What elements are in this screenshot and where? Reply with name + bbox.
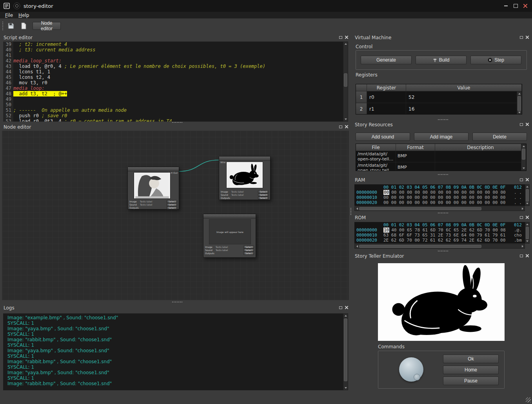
add-image-button[interactable]: Add image: [414, 133, 468, 141]
horizontal-scrollbar[interactable]: [354, 244, 525, 249]
hex-view[interactable]: 00 01 02 03 04 05 06 07 08 09 0A 0B 0C 0…: [354, 184, 525, 206]
scroll-down-icon[interactable]: [525, 239, 529, 243]
node-image-thumbnail[interactable]: [134, 172, 171, 199]
toolbar-handle[interactable]: [2, 21, 4, 31]
close-icon[interactable]: [345, 125, 348, 128]
scrollbar-thumb[interactable]: [526, 189, 529, 202]
panel-title[interactable]: Virtual Machine: [353, 35, 530, 41]
panel-title[interactable]: Node editor: [2, 124, 349, 131]
pause-button[interactable]: Pause: [443, 377, 499, 385]
panel-title[interactable]: RAM: [353, 177, 530, 184]
generate-button[interactable]: Generate: [361, 56, 412, 64]
scroll-up-icon[interactable]: [343, 42, 348, 46]
node-image-thumbnail[interactable]: [226, 162, 263, 188]
select-image-button[interactable]: Select: [258, 190, 269, 193]
size-grip[interactable]: [526, 397, 531, 402]
close-icon[interactable]: [345, 36, 348, 39]
scroll-up-icon[interactable]: [525, 222, 529, 226]
resource-row[interactable]: /mnt/data/git/ open-story-tell… BMP: [356, 151, 526, 162]
scroll-up-icon[interactable]: [517, 92, 521, 96]
close-icon[interactable]: [526, 178, 529, 181]
splitter-handle[interactable]: [353, 250, 530, 252]
float-icon[interactable]: [339, 306, 342, 309]
selected-byte[interactable]: 00: [383, 190, 389, 195]
media-node-2[interactable]: Wire In ImageTests-labelSelect SoundTest…: [219, 156, 271, 200]
vertical-scrollbar[interactable]: [343, 313, 348, 390]
select-sound-button[interactable]: Select: [258, 193, 269, 197]
title-bar[interactable]: story-editor: [0, 0, 532, 12]
splitter-handle[interactable]: [353, 173, 530, 176]
maximize-button[interactable]: [511, 2, 520, 10]
media-node-1[interactable]: Port Out ImageTests-labelSelect SoundTes…: [127, 167, 179, 209]
scrollbar-thumb[interactable]: [359, 245, 481, 248]
node-canvas[interactable]: Port Out ImageTests-labelSelect SoundTes…: [2, 131, 349, 300]
outputs-button[interactable]: Select: [243, 252, 254, 255]
scroll-left-icon[interactable]: [355, 207, 359, 211]
scrollbar-thumb[interactable]: [344, 318, 347, 381]
scroll-up-icon[interactable]: [343, 314, 348, 318]
step-button[interactable]: Step: [470, 56, 521, 64]
scroll-up-icon[interactable]: [521, 144, 526, 148]
code-editor[interactable]: 39 ; t2: increment 4 40 ; t3: current me…: [3, 42, 343, 122]
vertical-scrollbar[interactable]: [343, 42, 348, 122]
node-title-bar[interactable]: [128, 167, 179, 171]
splitter-handle[interactable]: [349, 33, 353, 404]
scrollbar-thumb[interactable]: [522, 149, 525, 160]
float-icon[interactable]: [520, 216, 523, 219]
float-icon[interactable]: [520, 36, 523, 39]
scroll-down-icon[interactable]: [343, 386, 348, 390]
scroll-left-icon[interactable]: [355, 244, 359, 248]
close-icon[interactable]: [345, 306, 348, 309]
node-editor-toggle[interactable]: Node editor: [33, 22, 61, 30]
register-row[interactable]: 2 r1 16: [356, 103, 522, 115]
selected-byte[interactable]: 10: [383, 227, 389, 233]
resource-row[interactable]: /mnt/data/git/ open-story-tell… BMP: [356, 162, 526, 171]
media-node-3[interactable]: Image will appear here ImageTests-labelS…: [203, 214, 256, 258]
panel-title[interactable]: Story Resources: [353, 122, 530, 128]
outputs-button[interactable]: Select: [258, 197, 269, 200]
knob-indicator-icon[interactable]: [414, 374, 420, 380]
menu-help[interactable]: Help: [16, 12, 32, 18]
scroll-down-icon[interactable]: [521, 166, 526, 170]
save-button[interactable]: [6, 21, 16, 31]
add-sound-button[interactable]: Add sound: [356, 133, 410, 141]
splitter-handle[interactable]: [2, 121, 349, 124]
scrollbar-thumb[interactable]: [359, 207, 481, 210]
float-icon[interactable]: [520, 255, 523, 257]
scrollbar-thumb[interactable]: [344, 73, 347, 87]
float-icon[interactable]: [339, 126, 342, 128]
log-output[interactable]: Image: "example.bmp" , Sound: "choose1.s…: [3, 313, 343, 390]
scroll-down-icon[interactable]: [525, 202, 529, 206]
vertical-scrollbar[interactable]: [521, 144, 526, 171]
build-button[interactable]: Build: [416, 56, 467, 64]
panel-title[interactable]: ROM: [353, 215, 530, 221]
minimize-button[interactable]: [501, 2, 510, 10]
vertical-scrollbar[interactable]: [525, 222, 530, 244]
float-icon[interactable]: [339, 36, 342, 39]
value-column-header[interactable]: Value: [406, 84, 522, 91]
close-button[interactable]: [521, 2, 530, 10]
outputs-button[interactable]: Select: [167, 206, 177, 209]
splitter-handle[interactable]: [353, 118, 530, 121]
scroll-down-icon[interactable]: [343, 117, 348, 121]
scroll-up-icon[interactable]: [525, 185, 529, 189]
file-column-header[interactable]: File: [356, 144, 396, 151]
scroll-right-icon[interactable]: [520, 244, 525, 248]
panel-title[interactable]: Story Teller Emulator: [353, 253, 530, 260]
float-icon[interactable]: [520, 178, 523, 181]
menu-file[interactable]: File: [2, 12, 16, 18]
format-column-header[interactable]: Format: [396, 144, 435, 151]
vertical-scrollbar[interactable]: [525, 184, 530, 206]
ok-button[interactable]: Ok: [443, 355, 499, 363]
corner-header[interactable]: [356, 84, 367, 91]
panel-title[interactable]: Logs: [2, 305, 349, 311]
splitter-handle[interactable]: [2, 301, 349, 303]
scrollbar-thumb[interactable]: [526, 227, 529, 239]
description-column-header[interactable]: Description: [435, 144, 526, 151]
vertical-scrollbar[interactable]: [517, 91, 522, 115]
float-icon[interactable]: [520, 123, 523, 126]
scroll-down-icon[interactable]: [517, 111, 521, 115]
close-icon[interactable]: [526, 123, 529, 126]
close-icon[interactable]: [526, 254, 529, 257]
close-icon[interactable]: [526, 216, 529, 219]
